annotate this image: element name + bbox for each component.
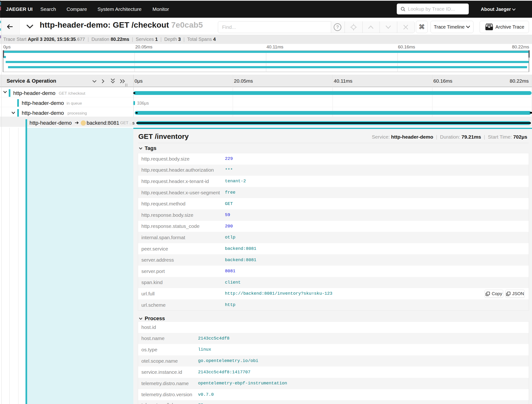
svg-text:?: ? [336, 25, 339, 30]
